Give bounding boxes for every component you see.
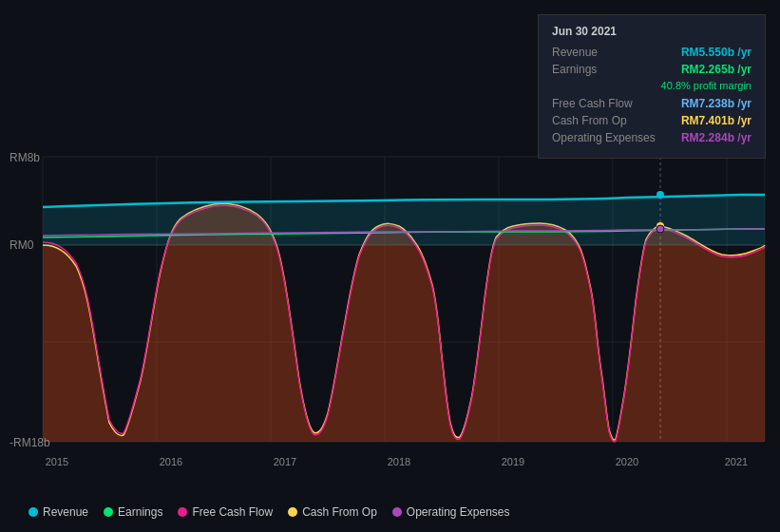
- tooltip-date: Jun 30 2021: [552, 25, 751, 38]
- svg-text:2019: 2019: [502, 456, 524, 467]
- legend-opex-dot: [392, 507, 402, 517]
- tooltip-opex-row: Operating Expenses RM2.284b /yr: [552, 131, 751, 144]
- tooltip-cfo-value: RM7.401b /yr: [681, 114, 751, 127]
- legend-cfo-label: Cash From Op: [302, 505, 377, 519]
- legend-fcf[interactable]: Free Cash Flow: [178, 505, 273, 519]
- legend-revenue-dot: [29, 507, 38, 517]
- svg-text:2018: 2018: [388, 456, 410, 467]
- svg-point-14: [656, 191, 664, 199]
- legend-revenue-label: Revenue: [43, 505, 88, 519]
- tooltip-earnings-label: Earnings: [552, 63, 656, 76]
- tooltip-opex-label: Operating Expenses: [552, 131, 656, 144]
- data-tooltip: Jun 30 2021 Revenue RM5.550b /yr Earning…: [538, 14, 766, 159]
- tooltip-fcf-label: Free Cash Flow: [552, 97, 656, 110]
- legend-earnings-label: Earnings: [118, 505, 162, 519]
- tooltip-revenue-label: Revenue: [552, 46, 656, 59]
- legend-fcf-label: Free Cash Flow: [192, 505, 273, 519]
- legend-opex[interactable]: Operating Expenses: [392, 505, 510, 519]
- svg-text:2020: 2020: [616, 456, 638, 467]
- svg-text:2016: 2016: [160, 456, 182, 467]
- legend-opex-label: Operating Expenses: [407, 505, 510, 519]
- legend-fcf-dot: [178, 507, 187, 517]
- tooltip-earnings-value: RM2.265b /yr: [681, 63, 751, 76]
- tooltip-margin: 40.8% profit margin: [552, 80, 751, 91]
- svg-text:2015: 2015: [46, 456, 68, 467]
- chart-container: RM8b RM0 -RM18b 2015 2016 2017 2018 2019…: [0, 0, 780, 532]
- svg-text:RM8b: RM8b: [10, 151, 40, 164]
- legend-cfo-dot: [288, 507, 297, 517]
- tooltip-revenue-value: RM5.550b /yr: [681, 46, 751, 59]
- tooltip-revenue-row: Revenue RM5.550b /yr: [552, 46, 751, 59]
- svg-text:RM0: RM0: [10, 238, 34, 252]
- svg-text:2017: 2017: [274, 456, 296, 467]
- legend-revenue[interactable]: Revenue: [29, 505, 88, 519]
- svg-text:2021: 2021: [725, 456, 748, 467]
- legend-cfo[interactable]: Cash From Op: [288, 505, 377, 519]
- legend-earnings-dot: [104, 507, 113, 517]
- tooltip-earnings-row: Earnings RM2.265b /yr: [552, 63, 751, 76]
- tooltip-cfo-row: Cash From Op RM7.401b /yr: [552, 114, 751, 127]
- tooltip-cfo-label: Cash From Op: [552, 114, 656, 127]
- tooltip-fcf-value: RM7.238b /yr: [681, 97, 751, 110]
- svg-text:-RM18b: -RM18b: [10, 436, 50, 449]
- svg-point-17: [656, 225, 664, 233]
- tooltip-fcf-row: Free Cash Flow RM7.238b /yr: [552, 97, 751, 110]
- chart-legend: Revenue Earnings Free Cash Flow Cash Fro…: [29, 505, 510, 519]
- legend-earnings[interactable]: Earnings: [104, 505, 162, 519]
- tooltip-opex-value: RM2.284b /yr: [681, 131, 751, 144]
